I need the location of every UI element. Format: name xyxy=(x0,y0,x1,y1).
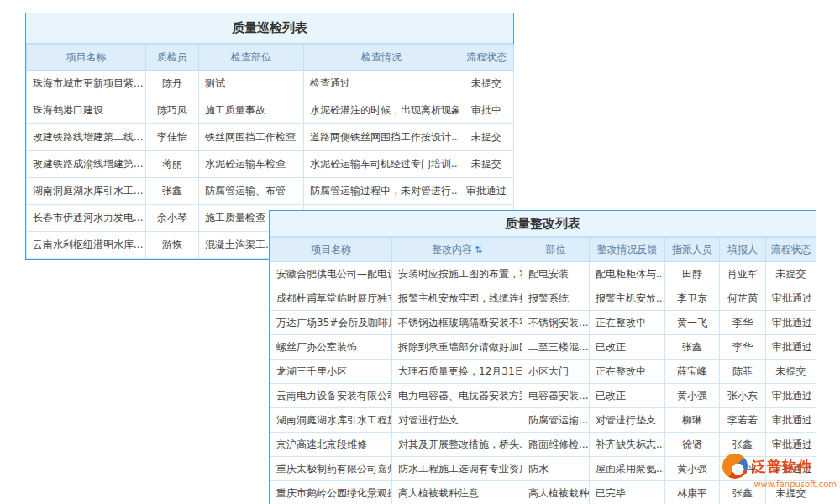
column-header-label: 检查情况 xyxy=(361,51,402,63)
table-row[interactable]: 改建铁路线增建第二线...李佳怡铁丝网围挡工作检查道路两侧铁丝网围挡工作按设计.… xyxy=(27,124,514,151)
column-header[interactable]: 流程状态 xyxy=(766,238,816,262)
assignee-name-cell: 徐贤 xyxy=(665,433,720,457)
feedback-cell: 报警主机安放... xyxy=(590,286,665,311)
column-header[interactable]: 质检员 xyxy=(146,45,199,71)
project-name-cell[interactable]: 龙湖三千里小区 xyxy=(270,360,392,384)
part-cell: 二至三楼混... xyxy=(522,335,590,360)
rectify-content-cell: 大理石质量更换，12月31日之... xyxy=(392,360,522,384)
inspection-result-cell: 水泥砼灌注的时候，出现离析现象 xyxy=(304,97,459,124)
fanpusoft-logo-icon xyxy=(722,454,748,479)
column-header-label: 流程状态 xyxy=(771,244,811,255)
table-row[interactable]: 湖南洞庭湖水库引水工程施工...对管进行垫支防腐管运输...对管进行垫支柳琳李若… xyxy=(270,408,816,433)
column-header-label: 整改内容 xyxy=(432,244,472,255)
project-name-cell[interactable]: 云南电力设备安装有限公司20... xyxy=(270,384,392,408)
column-header[interactable]: 项目名称 xyxy=(270,238,392,262)
assignee-name-cell: 林康平 xyxy=(665,481,720,504)
project-name-cell[interactable]: 成都杜甫草堂临时展厅独立展... xyxy=(270,286,392,311)
part-cell: 防腐管运输... xyxy=(522,408,590,433)
table-row[interactable]: 云南电力设备安装有限公司20...电力电容器、电抗器安装方案...电容器安装..… xyxy=(270,384,816,408)
column-header[interactable]: 整改情况反馈 xyxy=(590,238,665,262)
feedback-cell: 正在整改中 xyxy=(590,311,665,335)
assignee-name-cell: 李卫东 xyxy=(665,286,720,311)
inspector-name-cell: 蒋丽 xyxy=(146,151,199,178)
rectify-content-cell: 报警主机安放牢固，线缆连接... xyxy=(392,286,522,311)
table-row[interactable]: 成都杜甫草堂临时展厅独立展...报警主机安放牢固，线缆连接...报警系统报警主机… xyxy=(270,286,816,311)
rectify-content-cell: 拆除到承重墙部分请做好加固... xyxy=(392,335,522,360)
project-name-cell[interactable]: 安徽合肥供电公司—配电设备... xyxy=(270,262,392,286)
assignee-name-cell: 黄小强 xyxy=(665,384,720,408)
inspection-header-row: 项目名称质检员检查部位检查情况流程状态 xyxy=(27,45,514,71)
workflow-status-cell: 审批通过 xyxy=(766,384,816,408)
inspector-name-cell: 陈巧凤 xyxy=(146,97,199,124)
inspection-result-cell: 水泥砼运输车司机经过专门培训... xyxy=(304,151,459,178)
project-name-cell[interactable]: 螺丝厂办公室装饰 xyxy=(270,335,392,360)
rectification-list-title: 质量整改列表 xyxy=(270,211,816,237)
table-row[interactable]: 珠海市城市更新项目紫...陈丹测试检查通过未提交 xyxy=(27,71,514,97)
fanpusoft-watermark: 泛普软件 www.fanpusoft.com xyxy=(722,454,837,489)
table-row[interactable]: 珠海鹤港口建设陈巧凤施工质量事故水泥砼灌注的时候，出现离析现象审批中 xyxy=(27,97,514,124)
fanpusoft-site-url: www.fanpusoft.com xyxy=(722,480,837,489)
inspection-part-cell: 测试 xyxy=(199,71,304,97)
feedback-cell: 对管进行垫支 xyxy=(590,408,665,433)
inspection-result-cell: 防腐管运输过程中，未对管进行... xyxy=(304,178,459,205)
inspector-name-cell: 张鑫 xyxy=(146,178,199,205)
reporter-name-cell: 肖亚军 xyxy=(720,262,766,286)
column-header[interactable]: 整改内容⇅ xyxy=(392,238,522,262)
reporter-name-cell: 何芷茵 xyxy=(720,286,766,311)
part-cell: 小区大门 xyxy=(522,360,590,384)
workflow-status-cell: 未提交 xyxy=(766,360,816,384)
feedback-cell: 已完毕 xyxy=(590,481,665,504)
workflow-status-cell: 未提交 xyxy=(459,124,514,151)
table-row[interactable]: 改建铁路成渝线增建第...蒋丽水泥砼运输车检查水泥砼运输车司机经过专门培训...… xyxy=(27,151,514,178)
project-name-cell[interactable]: 改建铁路成渝线增建第... xyxy=(27,151,146,178)
workflow-status-cell: 审批通过 xyxy=(459,178,514,205)
column-header[interactable]: 检查部位 xyxy=(199,45,304,71)
feedback-cell: 屋面采用聚氨... xyxy=(590,457,665,481)
project-name-cell[interactable]: 云南水利枢纽潜明水库... xyxy=(27,232,146,259)
part-cell: 防水 xyxy=(522,457,590,481)
column-header[interactable]: 填报人 xyxy=(720,238,766,262)
part-cell: 电容器安装... xyxy=(522,384,590,408)
column-header-label: 项目名称 xyxy=(311,244,351,255)
project-name-cell[interactable]: 改建铁路线增建第二线... xyxy=(27,124,146,151)
inspector-name-cell: 余小琴 xyxy=(146,205,199,232)
column-header[interactable]: 项目名称 xyxy=(27,45,146,71)
table-row[interactable]: 安徽合肥供电公司—配电设备...安装时应按施工图的布置，将...配电安装配电柜柜… xyxy=(270,262,816,286)
part-cell: 不锈钢安装... xyxy=(522,311,590,335)
project-name-cell[interactable]: 长春市伊通河水力发电... xyxy=(27,205,146,232)
table-row[interactable]: 螺丝厂办公室装饰拆除到承重墙部分请做好加固...二至三楼混...已改正张鑫李华审… xyxy=(270,335,816,360)
sort-icon[interactable]: ⇅ xyxy=(475,244,482,255)
reporter-name-cell: 陈菲 xyxy=(720,360,766,384)
assignee-name-cell: 张鑫 xyxy=(665,335,720,360)
column-header-label: 流程状态 xyxy=(466,51,507,63)
column-header[interactable]: 检查情况 xyxy=(304,45,459,71)
reporter-name-cell: 李华 xyxy=(720,335,766,360)
inspection-result-cell: 道路两侧铁丝网围挡工作按设计... xyxy=(304,124,459,151)
project-name-cell[interactable]: 京沪高速北京段维修 xyxy=(270,433,392,457)
inspector-name-cell: 游恢 xyxy=(146,232,199,259)
column-header[interactable]: 流程状态 xyxy=(459,45,514,71)
assignee-name-cell: 薛宝峰 xyxy=(665,360,720,384)
project-name-cell[interactable]: 重庆太极制药有限公司嘉州中... xyxy=(270,457,392,481)
reporter-name-cell: 李若若 xyxy=(720,408,766,433)
project-name-cell[interactable]: 湖南洞庭湖水库引水工程施工... xyxy=(270,408,392,433)
table-row[interactable]: 万达广场35#会所及咖啡厅空...不锈钢边框玻璃隔断安装不牢...不锈钢安装..… xyxy=(270,311,816,335)
inspector-name-cell: 陈丹 xyxy=(146,71,199,97)
workflow-status-cell: 审批通过 xyxy=(766,311,816,335)
column-header[interactable]: 指派人员 xyxy=(665,238,720,262)
rectify-content-cell: 对其及开展整改措施，桥头... xyxy=(392,433,522,457)
project-name-cell[interactable]: 珠海市城市更新项目紫... xyxy=(27,71,146,97)
project-name-cell[interactable]: 重庆市鹅岭公园绿化景观提升... xyxy=(270,481,392,504)
rectify-content-cell: 对管进行垫支 xyxy=(392,408,522,433)
column-header[interactable]: 部位 xyxy=(522,238,590,262)
part-cell: 高大植被栽种 xyxy=(522,481,590,504)
assignee-name-cell: 田静 xyxy=(665,262,720,286)
project-name-cell[interactable]: 湖南洞庭湖水库引水工... xyxy=(27,178,146,205)
table-row[interactable]: 龙湖三千里小区大理石质量更换，12月31日之...小区大门正在整改中薛宝峰陈菲未… xyxy=(270,360,816,384)
assignee-name-cell: 柳琳 xyxy=(665,408,720,433)
workflow-status-cell: 审批通过 xyxy=(766,408,816,433)
project-name-cell[interactable]: 珠海鹤港口建设 xyxy=(27,97,146,124)
inspection-list-title: 质量巡检列表 xyxy=(26,13,513,44)
table-row[interactable]: 湖南洞庭湖水库引水工...张鑫防腐管运输、布管防腐管运输过程中，未对管进行...… xyxy=(27,178,514,205)
project-name-cell[interactable]: 万达广场35#会所及咖啡厅空... xyxy=(270,311,392,335)
